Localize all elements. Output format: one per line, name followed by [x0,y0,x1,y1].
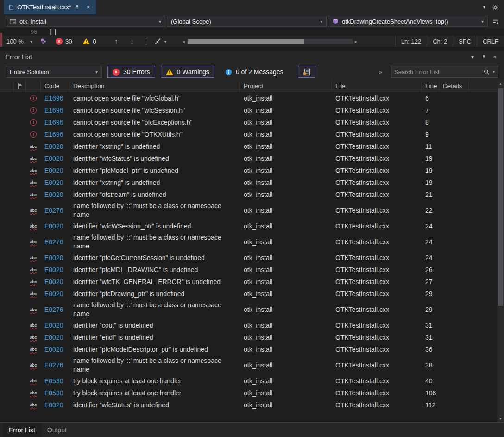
tab-output[interactable]: Output [41,423,73,437]
table-row[interactable]: abc E0020 identifier "wfcTK_GENERAL_ERRO… [0,276,504,288]
error-code-link[interactable]: E0020 [44,346,63,353]
error-code-link[interactable]: E1696 [44,95,63,102]
error-code-link[interactable]: E0020 [44,191,63,198]
error-code-link[interactable]: E0276 [44,306,63,313]
column-header-description[interactable]: Description [69,80,240,92]
close-icon[interactable]: × [85,4,92,11]
errors-filter-button[interactable]: × 30 Errors [107,66,155,78]
column-header-file[interactable]: File [332,80,422,92]
scroll-left-button[interactable]: ◂ [180,39,187,44]
error-code-link[interactable]: E0020 [44,401,63,409]
member-dropdown[interactable]: otkDrawingCreateSheetAndViews_top() ▾ [328,16,488,27]
chevron-down-icon[interactable]: ▾ [492,70,495,74]
table-row[interactable]: abc E0276 name followed by '::' must be … [0,300,504,319]
error-code-link[interactable]: E0020 [44,222,63,230]
scrollbar-thumb[interactable] [498,88,503,306]
toolbar-overflow-icon[interactable]: » [376,69,385,76]
error-code-link[interactable]: E0020 [44,155,63,162]
table-row[interactable]: abc E0020 identifier "wfcStatus" is unde… [0,399,504,411]
error-code-link[interactable]: E0530 [44,377,63,385]
search-icon[interactable] [484,69,490,75]
error-code-link[interactable]: E0020 [44,143,63,150]
document-outline-icon[interactable] [489,19,502,25]
error-code-link[interactable]: E0020 [44,266,63,273]
table-row[interactable]: ! E1696 cannot open source file "wfcSess… [0,104,504,116]
close-icon[interactable]: × [490,54,499,60]
table-row[interactable]: abc E0020 identifier "pfcGetCurrentSessi… [0,252,504,264]
zoom-control[interactable]: 100 % ▾ [6,38,32,45]
table-row[interactable]: abc E0530 try block requires at least on… [0,375,504,387]
error-code-link[interactable]: E0020 [44,254,63,261]
table-row[interactable]: abc E0020 identifier "wfcStatus" is unde… [0,152,504,165]
table-row[interactable]: abc E0020 identifier "pfcModel_ptr" is u… [0,165,504,177]
column-header-code[interactable]: Code [41,80,69,92]
vertical-scrollbar[interactable]: ▴ ▾ [497,80,504,422]
messages-filter-button[interactable]: 0 of 2 Messages [220,66,289,78]
error-code-link[interactable]: E1696 [44,119,63,126]
column-header-project[interactable]: Project [240,80,332,92]
error-code-link[interactable]: E0020 [44,334,63,341]
table-row[interactable]: abc E0020 identifier "endl" is undefined… [0,331,504,343]
error-count-indicator[interactable]: × 30 [56,38,72,45]
error-code-link[interactable]: E1696 [44,131,63,138]
next-item-button[interactable]: ↓ [126,38,138,45]
table-row[interactable]: abc E0530 try block requires at least on… [0,387,504,399]
table-row[interactable]: abc E0276 name followed by '::' must be … [0,355,504,375]
table-row[interactable]: abc E0020 identifier "ofstream" is undef… [0,189,504,201]
error-code-link[interactable]: E0020 [44,290,63,298]
panel-splitter[interactable] [0,47,504,51]
scope-dropdown[interactable]: (Global Scope) ▾ [167,16,327,27]
pin-icon[interactable] [479,54,488,60]
code-cleanup-button[interactable]: ▾ [154,38,167,44]
scrollbar-thumb[interactable] [188,39,304,44]
icon-column-header[interactable] [26,80,41,92]
warnings-filter-button[interactable]: 0 Warnings [161,66,214,78]
line-ending-toggle[interactable]: CRLF [477,36,504,47]
table-row[interactable]: ! E1696 cannot open source file "wfcGlob… [0,92,504,104]
table-row[interactable]: abc E0020 identifier "xstring" is undefi… [0,140,504,152]
scroll-down-button[interactable]: ▾ [497,415,504,422]
table-row[interactable]: abc E0020 identifier "pfcDrawing_ptr" is… [0,288,504,300]
error-code-link[interactable]: E0276 [44,361,63,369]
table-row[interactable]: ! E1696 cannot open source file "OTKXUti… [0,128,504,140]
gear-icon[interactable] [492,4,498,11]
line-indicator[interactable]: Ln: 122 [395,36,427,47]
table-row[interactable]: abc E0020 identifier "pfcModelDescriptor… [0,343,504,355]
error-code-link[interactable]: E0530 [44,389,63,397]
chevron-down-icon[interactable]: ▾ [468,54,477,60]
table-row[interactable]: abc E0276 name followed by '::' must be … [0,201,504,220]
table-row[interactable]: abc E0276 name followed by '::' must be … [0,232,504,252]
project-dropdown[interactable]: otk_install ▾ [6,16,165,27]
error-code-link[interactable]: E0020 [44,179,63,186]
editor-tab[interactable]: OTKTestInstall.cxx* × [4,0,96,14]
error-code-link[interactable]: E0020 [44,322,63,329]
error-code-link[interactable]: E1696 [44,107,63,114]
tasks-toggle-button[interactable] [298,66,315,78]
scope-filter-dropdown[interactable]: Entire Solution ▾ [6,66,102,78]
pin-icon[interactable] [75,5,82,10]
scroll-right-button[interactable]: ▸ [353,39,359,44]
search-input[interactable] [394,69,481,76]
tab-error-list[interactable]: Error List [3,423,41,437]
table-row[interactable]: abc E0020 identifier "xstring" is undefi… [0,177,504,189]
column-indicator[interactable]: Ch: 2 [427,36,453,47]
chevron-down-icon[interactable]: ▾ [483,4,485,10]
scrollbar-track[interactable] [187,39,353,44]
table-row[interactable]: abc E0020 identifier "pfcMDL_DRAWING" is… [0,264,504,276]
previous-item-button[interactable]: ↑ [111,38,122,45]
column-header-line[interactable]: Line [422,80,439,92]
space-mode-toggle[interactable]: SPC [453,36,477,47]
severity-column-header[interactable] [14,80,26,92]
error-code-link[interactable]: E0276 [44,238,63,246]
error-code-link[interactable]: E0276 [44,207,63,214]
error-code-link[interactable]: E0020 [44,167,63,174]
column-header-details[interactable]: Details [439,80,469,92]
intellisense-status-icon[interactable] [40,38,47,44]
table-row[interactable]: ! E1696 cannot open source file "pfcExce… [0,116,504,128]
error-code-link[interactable]: E0020 [44,278,63,285]
warning-count-indicator[interactable]: 0 [82,38,96,45]
table-row[interactable]: abc E0020 identifier "wfcWSession_ptr" i… [0,220,504,232]
code-editor[interactable]: 96 || [0,28,504,36]
table-row[interactable]: abc E0020 identifier "cout" is undefined… [0,319,504,331]
scroll-up-button[interactable]: ▴ [497,80,504,87]
